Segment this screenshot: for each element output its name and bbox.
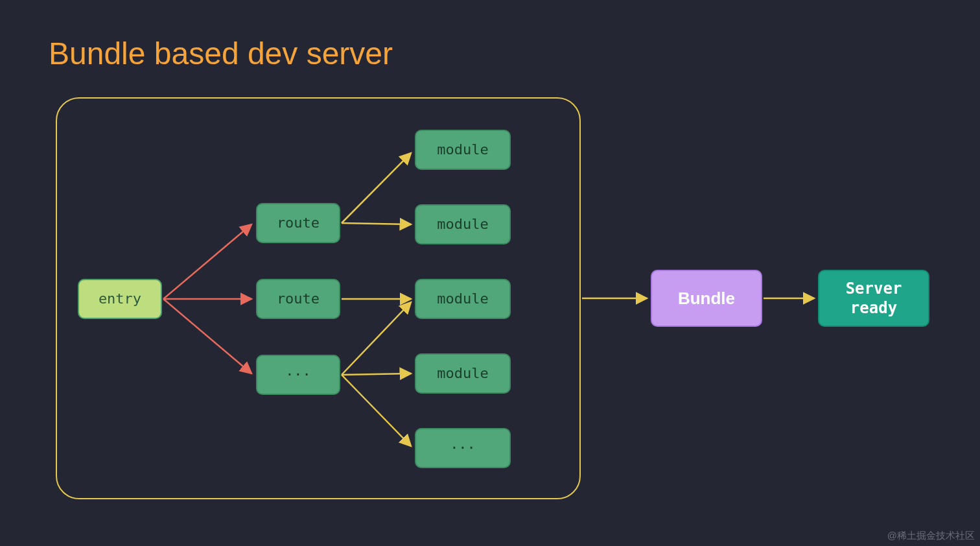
node-module-1-label: module xyxy=(437,141,488,159)
watermark: @稀土掘金技术社区 xyxy=(887,530,975,542)
diagram-title: Bundle based dev server xyxy=(49,36,393,71)
node-bundle: Bundle xyxy=(651,270,762,327)
node-module-2: module xyxy=(415,204,511,244)
node-module-2-label: module xyxy=(437,215,488,233)
node-module-3-label: module xyxy=(437,290,488,308)
node-module-5-label: ··· xyxy=(450,439,476,457)
node-entry-label: entry xyxy=(99,290,141,308)
node-server-ready-label: Server ready xyxy=(846,279,902,318)
node-route-3: ··· xyxy=(256,355,340,395)
node-module-4: module xyxy=(415,353,511,394)
node-entry: entry xyxy=(78,279,162,319)
node-module-1: module xyxy=(415,130,511,170)
node-module-4-label: module xyxy=(437,364,488,383)
node-route-1: route xyxy=(256,203,340,243)
node-bundle-label: Bundle xyxy=(678,288,735,309)
node-module-3: module xyxy=(415,279,511,319)
node-server-ready: Server ready xyxy=(818,270,929,327)
node-route-3-label: ··· xyxy=(285,366,311,384)
node-route-1-label: route xyxy=(277,214,320,232)
node-module-5: ··· xyxy=(415,428,511,468)
node-route-2-label: route xyxy=(277,290,320,308)
node-route-2: route xyxy=(256,279,340,319)
